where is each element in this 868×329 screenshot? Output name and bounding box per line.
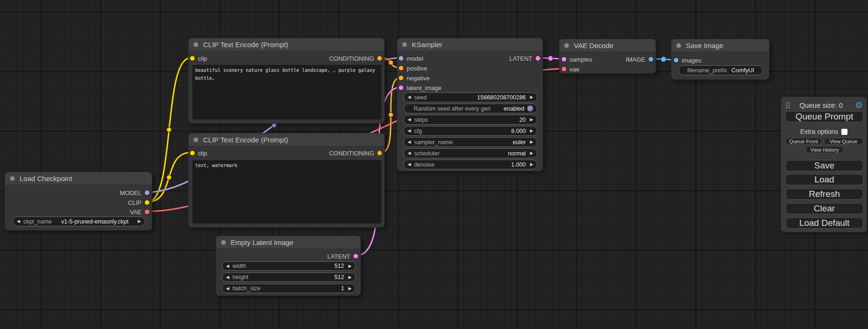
model-output-dot[interactable] bbox=[145, 190, 149, 195]
node-clip-text-encode-negative[interactable]: CLIP Text Encode (Prompt) clip CONDITION… bbox=[188, 133, 385, 228]
output-slot-image[interactable]: IMAGE bbox=[626, 56, 653, 63]
input-slot-images[interactable]: images bbox=[674, 56, 701, 64]
input-slot-vae[interactable]: vae bbox=[562, 65, 579, 73]
decrement-arrow-icon[interactable]: ◀ bbox=[408, 162, 411, 167]
queue-prompt-button[interactable]: Queue Prompt bbox=[785, 111, 863, 122]
increment-arrow-icon[interactable]: ▶ bbox=[530, 140, 533, 144]
node-clip-text-encode-positive[interactable]: CLIP Text Encode (Prompt) clip CONDITION… bbox=[188, 38, 385, 124]
decrement-arrow-icon[interactable]: ◀ bbox=[408, 95, 411, 99]
node-title-bar[interactable]: CLIP Text Encode (Prompt) bbox=[189, 38, 384, 51]
widget-sampler-name[interactable]: ◀ sampler_name euler ▶ bbox=[403, 137, 537, 147]
increment-arrow-icon[interactable]: ▶ bbox=[530, 151, 533, 155]
view-queue-button[interactable]: View Queue bbox=[824, 138, 863, 145]
input-slot-positive[interactable]: positive bbox=[399, 64, 427, 72]
input-slot-model[interactable]: model bbox=[399, 55, 423, 62]
increment-arrow-icon[interactable]: ▶ bbox=[348, 264, 352, 268]
decrement-arrow-icon[interactable]: ◀ bbox=[408, 129, 411, 133]
vae-output-dot[interactable] bbox=[145, 210, 149, 214]
decrement-arrow-icon[interactable]: ◀ bbox=[226, 264, 229, 268]
positive-prompt-textarea[interactable]: beautiful scenery nature glass bottle la… bbox=[192, 65, 381, 119]
increment-arrow-icon[interactable]: ▶ bbox=[348, 275, 352, 280]
images-input-dot[interactable] bbox=[674, 58, 678, 63]
collapse-dot-icon[interactable] bbox=[676, 43, 681, 48]
widget-ckpt-name[interactable]: ◀ ckpt_name v1-5-pruned-emaonly.ckpt ▶ bbox=[13, 217, 145, 226]
widget-width[interactable]: ◀ width 512 ▶ bbox=[222, 261, 356, 271]
collapse-dot-icon[interactable] bbox=[402, 42, 407, 47]
decrement-arrow-icon[interactable]: ◀ bbox=[226, 287, 229, 291]
increment-arrow-icon[interactable]: ▶ bbox=[530, 95, 533, 99]
node-title-bar[interactable]: CLIP Text Encode (Prompt) bbox=[189, 133, 384, 147]
increment-arrow-icon[interactable]: ▶ bbox=[530, 118, 533, 122]
load-button[interactable]: Load bbox=[785, 174, 863, 185]
collapse-dot-icon[interactable] bbox=[10, 176, 15, 181]
image-output-dot[interactable] bbox=[649, 57, 653, 62]
negative-input-dot[interactable] bbox=[399, 76, 403, 80]
output-slot-conditioning[interactable]: CONDITIONING bbox=[329, 55, 382, 62]
increment-arrow-icon[interactable]: ▶ bbox=[138, 219, 141, 224]
node-load-checkpoint[interactable]: Load Checkpoint MODEL CLIP VAE ◀ ckpt_na… bbox=[5, 172, 152, 231]
clip-input-dot[interactable] bbox=[190, 56, 195, 61]
queue-panel[interactable]: Queue size: 0 ⚙ Queue Prompt Extra optio… bbox=[781, 97, 867, 232]
input-slot-negative[interactable]: negative bbox=[399, 74, 430, 82]
collapse-dot-icon[interactable] bbox=[193, 42, 198, 47]
node-empty-latent-image[interactable]: Empty Latent Image LATENT ◀ width 512 ▶ … bbox=[216, 236, 361, 296]
widget-batch-size[interactable]: ◀ batch_size 1 ▶ bbox=[222, 284, 356, 293]
decrement-arrow-icon[interactable]: ◀ bbox=[226, 275, 229, 280]
output-slot-conditioning[interactable]: CONDITIONING bbox=[329, 149, 382, 157]
samples-input-dot[interactable] bbox=[562, 57, 566, 62]
clip-output-dot[interactable] bbox=[145, 200, 149, 205]
decrement-arrow-icon[interactable]: ◀ bbox=[17, 219, 20, 224]
conditioning-output-dot[interactable] bbox=[377, 56, 382, 61]
widget-denoise[interactable]: ◀ denoise 1.000 ▶ bbox=[403, 160, 537, 169]
collapse-dot-icon[interactable] bbox=[193, 137, 198, 142]
settings-gear-icon[interactable]: ⚙ bbox=[855, 101, 863, 110]
latent-input-dot[interactable] bbox=[399, 85, 403, 90]
clear-button[interactable]: Clear bbox=[785, 203, 863, 214]
negative-prompt-textarea[interactable]: text, watermark bbox=[192, 160, 381, 224]
output-slot-clip[interactable]: CLIP bbox=[128, 199, 149, 206]
output-slot-latent[interactable]: LATENT bbox=[327, 252, 358, 260]
input-slot-clip[interactable]: clip bbox=[190, 55, 207, 62]
vae-input-dot[interactable] bbox=[562, 67, 566, 71]
widget-steps[interactable]: ◀ steps 20 ▶ bbox=[403, 115, 537, 125]
output-slot-vae[interactable]: VAE bbox=[130, 208, 149, 216]
collapse-dot-icon[interactable] bbox=[564, 43, 569, 48]
decrement-arrow-icon[interactable]: ◀ bbox=[408, 151, 411, 155]
latent-output-dot[interactable] bbox=[353, 254, 358, 259]
save-button[interactable]: Save bbox=[785, 160, 863, 171]
comfyui-canvas[interactable]: { "colors": { "model": "#B39DDB", "clip"… bbox=[0, 0, 868, 329]
widget-scheduler[interactable]: ◀ scheduler normal ▶ bbox=[403, 148, 537, 158]
queue-front-button[interactable]: Queue Front bbox=[785, 138, 822, 145]
node-save-image[interactable]: Save Image images filename_prefix ComfyU… bbox=[671, 39, 769, 80]
increment-arrow-icon[interactable]: ▶ bbox=[530, 129, 533, 133]
conditioning-output-dot[interactable] bbox=[377, 151, 382, 155]
latent-output-dot[interactable] bbox=[536, 56, 540, 61]
output-slot-model[interactable]: MODEL bbox=[120, 189, 149, 196]
view-history-button[interactable]: View History bbox=[805, 146, 844, 153]
node-ksampler[interactable]: KSampler model positive negative latent_… bbox=[397, 38, 543, 171]
node-title-bar[interactable]: VAE Decode bbox=[559, 39, 656, 52]
positive-input-dot[interactable] bbox=[399, 66, 403, 70]
widget-random-seed-toggle[interactable]: Random seed after every gen enabled bbox=[403, 104, 537, 113]
input-slot-latent-image[interactable]: latent_image bbox=[399, 84, 441, 91]
clip-input-dot[interactable] bbox=[190, 151, 195, 155]
increment-arrow-icon[interactable]: ▶ bbox=[348, 287, 352, 291]
node-vae-decode[interactable]: VAE Decode samples vae IMAGE bbox=[559, 39, 656, 74]
decrement-arrow-icon[interactable]: ◀ bbox=[408, 140, 411, 144]
widget-seed[interactable]: ◀ seed 156680208700286 ▶ bbox=[403, 92, 537, 102]
widget-cfg[interactable]: ◀ cfg 8.000 ▶ bbox=[403, 126, 537, 136]
widget-filename-prefix[interactable]: filename_prefix ComfyUI bbox=[678, 65, 763, 75]
input-slot-samples[interactable]: samples bbox=[562, 56, 592, 63]
load-default-button[interactable]: Load Default bbox=[785, 217, 863, 229]
widget-height[interactable]: ◀ height 512 ▶ bbox=[222, 273, 356, 282]
node-title-bar[interactable]: Empty Latent Image bbox=[216, 236, 360, 249]
toggle-knob[interactable] bbox=[527, 105, 533, 112]
node-title-bar[interactable]: Save Image bbox=[671, 39, 769, 52]
node-title-bar[interactable]: Load Checkpoint bbox=[5, 172, 152, 185]
model-input-dot[interactable] bbox=[399, 56, 403, 61]
increment-arrow-icon[interactable]: ▶ bbox=[530, 162, 533, 167]
decrement-arrow-icon[interactable]: ◀ bbox=[408, 118, 411, 122]
collapse-dot-icon[interactable] bbox=[221, 240, 226, 245]
refresh-button[interactable]: Refresh bbox=[785, 189, 863, 200]
extra-options-checkbox[interactable] bbox=[841, 129, 847, 135]
